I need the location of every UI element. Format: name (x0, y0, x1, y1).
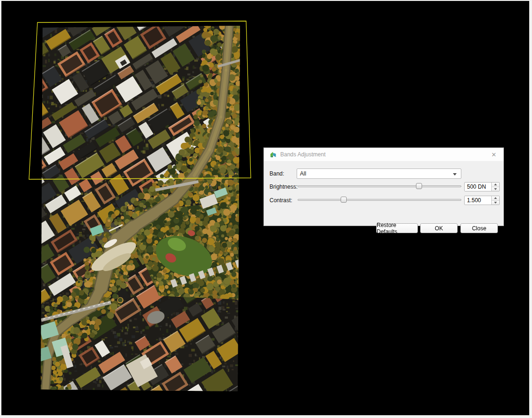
brightness-input[interactable] (465, 183, 492, 191)
contrast-input[interactable] (465, 196, 492, 205)
brightness-label: Brightness: (270, 183, 298, 190)
contrast-slider[interactable] (298, 196, 461, 204)
spin-down-icon (494, 202, 497, 204)
contrast-slider-track[interactable] (298, 199, 461, 201)
dialog-titlebar[interactable]: Bands Adjustment ✕ (264, 148, 503, 161)
chevron-down-icon (453, 173, 457, 176)
restore-defaults-button[interactable]: Restore Defaults (376, 223, 418, 233)
contrast-slider-handle[interactable] (341, 197, 347, 203)
brightness-spin-buttons (491, 183, 499, 191)
brightness-slider-handle[interactable] (416, 183, 422, 189)
ok-button[interactable]: OK (420, 223, 458, 233)
brightness-slider-track[interactable] (298, 185, 461, 187)
dialog-title: Bands Adjustment (280, 151, 326, 158)
metashape-logo-icon (270, 151, 277, 158)
brightness-spinbox (464, 182, 500, 191)
contrast-spin-up-button[interactable] (492, 196, 499, 200)
spin-up-icon (494, 183, 497, 185)
dialog-close-icon[interactable]: ✕ (489, 151, 498, 159)
contrast-label: Contrast: (270, 197, 292, 204)
contrast-spin-down-button[interactable] (492, 200, 499, 205)
contrast-spin-buttons (491, 196, 499, 205)
contrast-spinbox (464, 196, 500, 205)
bands-adjustment-dialog: Bands Adjustment ✕ Band: All Brightness:… (263, 147, 504, 226)
dialog-body: Band: All Brightness: Contrast: (264, 161, 503, 226)
close-button[interactable]: Close (460, 223, 498, 233)
band-label: Band: (270, 170, 284, 177)
band-select[interactable]: All (297, 169, 461, 179)
app-window: { "window": { "frame_color": "#f1f1f0", … (0, 0, 532, 418)
spin-up-icon (494, 197, 497, 199)
brightness-slider[interactable] (298, 183, 461, 190)
spin-down-icon (494, 188, 497, 190)
brightness-spin-up-button[interactable] (492, 183, 499, 187)
brightness-spin-down-button[interactable] (492, 187, 499, 191)
band-select-value: All (300, 170, 306, 177)
